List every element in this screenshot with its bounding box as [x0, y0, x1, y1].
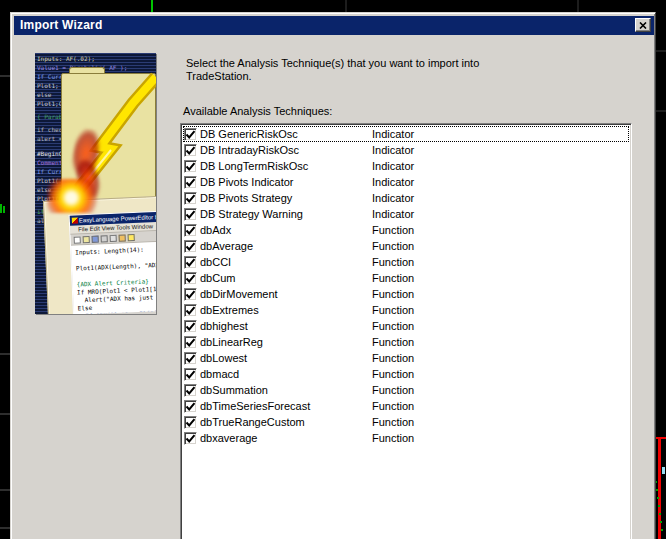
technique-type: Indicator — [372, 176, 414, 188]
check-icon — [185, 145, 196, 156]
technique-row[interactable]: dbTimeSeriesForecast Function — [183, 398, 629, 414]
technique-row[interactable]: dbExtremes Function — [183, 302, 629, 318]
technique-name: dbhighest — [200, 320, 248, 332]
check-icon — [185, 225, 196, 236]
check-icon — [185, 401, 196, 412]
checkbox[interactable] — [184, 368, 197, 381]
technique-type: Function — [372, 336, 414, 348]
check-icon — [185, 337, 196, 348]
toolbar-icon — [92, 235, 99, 242]
technique-name: DB Pivots Strategy — [200, 192, 292, 204]
check-icon — [185, 193, 196, 204]
checkbox[interactable] — [184, 256, 197, 269]
technique-name: dbDirMovement — [200, 288, 278, 300]
check-icon — [185, 385, 196, 396]
technique-type: Function — [372, 272, 414, 284]
dialog-titlebar[interactable]: Import Wizard — [14, 16, 654, 35]
checkbox[interactable] — [184, 384, 197, 397]
checkbox[interactable] — [184, 336, 197, 349]
technique-row[interactable]: DB Strategy Warning Indicator — [183, 206, 629, 222]
close-icon — [639, 22, 647, 29]
checkbox[interactable] — [184, 400, 197, 413]
technique-name: DB Pivots Indicator — [200, 176, 294, 188]
technique-type: Function — [372, 320, 414, 332]
technique-row[interactable]: dbCum Function — [183, 270, 629, 286]
checkbox[interactable] — [184, 288, 197, 301]
technique-row[interactable]: dbLinearReg Function — [183, 334, 629, 350]
technique-name: DB GenericRiskOsc — [200, 128, 298, 140]
toolbar-icon — [110, 234, 117, 241]
technique-type: Function — [372, 368, 414, 380]
technique-name: dbTrueRangeCustom — [200, 416, 305, 428]
toolbar-icon — [101, 235, 108, 242]
chart-green-mark — [3, 206, 5, 213]
chart-green-dot — [656, 489, 658, 491]
technique-type: Function — [372, 352, 414, 364]
check-icon — [185, 417, 196, 428]
technique-type: Function — [372, 384, 414, 396]
technique-type: Function — [372, 256, 414, 268]
flame-burst-graphic — [47, 179, 101, 213]
chart-gridline — [656, 110, 666, 112]
technique-row[interactable]: dbAverage Function — [183, 238, 629, 254]
check-icon — [185, 257, 196, 268]
chart-cyan-mark — [662, 467, 665, 474]
technique-name: dbSummation — [200, 384, 268, 396]
powereditor-title: EasyLanguage PowerEditor by — [79, 214, 156, 224]
checkbox[interactable] — [184, 272, 197, 285]
dialog-title: Import Wizard — [20, 18, 103, 32]
chart-green-dot — [661, 529, 663, 531]
technique-type: Function — [372, 224, 414, 236]
checkbox[interactable] — [184, 176, 197, 189]
technique-row[interactable]: DB GenericRiskOsc Indicator — [183, 126, 629, 142]
technique-row[interactable]: dbTrueRangeCustom Function — [183, 414, 629, 430]
technique-name: dbAdx — [200, 224, 231, 236]
powereditor-code: Inputs: Length(14):Plot1(ADX(Length), "A… — [71, 241, 156, 314]
checkbox[interactable] — [184, 320, 197, 333]
technique-row[interactable]: dbSummation Function — [183, 382, 629, 398]
technique-row[interactable]: dbLowest Function — [183, 350, 629, 366]
technique-type: Function — [372, 288, 414, 300]
technique-type: Indicator — [372, 208, 414, 220]
analysis-techniques-list[interactable]: DB GenericRiskOsc Indicator DB IntradayR… — [180, 123, 632, 539]
checkbox[interactable] — [184, 240, 197, 253]
checkbox[interactable] — [184, 144, 197, 157]
technique-row[interactable]: DB Pivots Indicator Indicator — [183, 174, 629, 190]
chart-gridline — [577, 0, 579, 12]
checkbox[interactable] — [184, 128, 197, 141]
instruction-text: Select the Analysis Technique(s) that yo… — [186, 57, 546, 83]
check-icon — [185, 433, 196, 444]
powereditor-icon — [72, 217, 78, 223]
technique-name: dbAverage — [200, 240, 253, 252]
checkbox[interactable] — [184, 432, 197, 445]
check-icon — [185, 241, 196, 252]
technique-row[interactable]: dbAdx Function — [183, 222, 629, 238]
check-icon — [185, 353, 196, 364]
checkbox[interactable] — [184, 352, 197, 365]
technique-row[interactable]: DB IntradayRiskOsc Indicator — [183, 142, 629, 158]
chart-green-dot — [657, 497, 659, 499]
checkbox[interactable] — [184, 304, 197, 317]
checkbox[interactable] — [184, 416, 197, 429]
toolbar-icon — [83, 236, 90, 243]
technique-row[interactable]: dbxaverage Function — [183, 430, 629, 446]
checkbox[interactable] — [184, 192, 197, 205]
technique-type: Function — [372, 432, 414, 444]
technique-type: Function — [372, 304, 414, 316]
technique-type: Indicator — [372, 128, 414, 140]
technique-row[interactable]: dbCCI Function — [183, 254, 629, 270]
technique-row[interactable]: dbmacd Function — [183, 366, 629, 382]
checkbox[interactable] — [184, 224, 197, 237]
technique-name: dbLowest — [200, 352, 247, 364]
close-button[interactable] — [635, 18, 651, 32]
technique-row[interactable]: dbhighest Function — [183, 318, 629, 334]
checkbox[interactable] — [184, 160, 197, 173]
check-icon — [185, 321, 196, 332]
check-icon — [185, 305, 196, 316]
toolbar-icon — [128, 234, 135, 241]
technique-row[interactable]: dbDirMovement Function — [183, 286, 629, 302]
check-icon — [185, 177, 196, 188]
checkbox[interactable] — [184, 208, 197, 221]
technique-row[interactable]: DB Pivots Strategy Indicator — [183, 190, 629, 206]
technique-row[interactable]: DB LongTermRiskOsc Indicator — [183, 158, 629, 174]
